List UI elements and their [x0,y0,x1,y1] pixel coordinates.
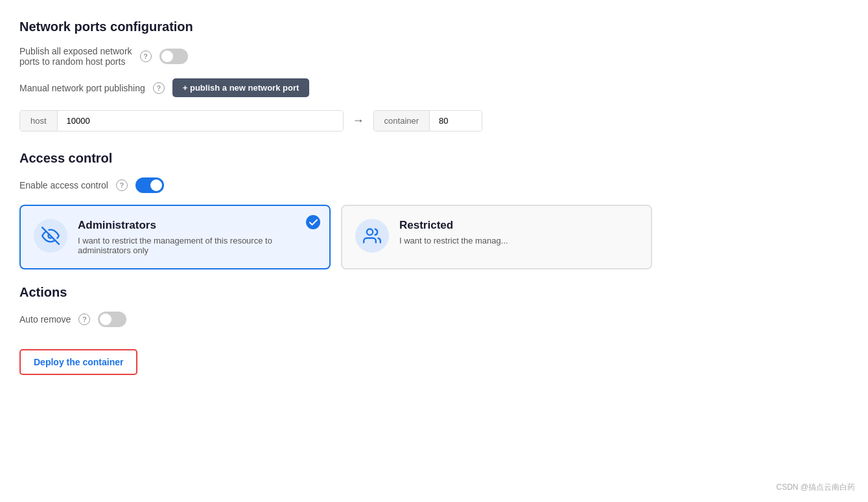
check-icon [309,218,318,227]
deploy-container-button[interactable]: Deploy the container [19,349,137,375]
network-ports-title: Network ports configuration [19,19,849,34]
publish-new-port-button[interactable]: + publish a new network port [172,78,310,97]
restricted-card-desc: I want to restrict the manag... [399,236,508,245]
actions-title: Actions [19,285,849,300]
actions-section: Actions Auto remove ? Deploy the contain… [19,285,849,375]
publish-all-label: Publish all exposed networkports to rand… [19,46,132,67]
administrators-card[interactable]: Administrators I want to restrict the ma… [19,205,331,269]
container-port-group: container [373,110,482,131]
auto-remove-row: Auto remove ? [19,312,849,327]
host-label: host [20,111,58,131]
container-label: container [374,111,430,131]
host-port-group: host [19,110,344,131]
restricted-card-title: Restricted [399,219,508,232]
enable-access-help-icon[interactable]: ? [116,179,128,191]
publish-all-slider [159,49,188,64]
restricted-card-body: Restricted I want to restrict the manag.… [399,219,508,245]
administrators-card-title: Administrators [78,219,316,232]
administrators-card-body: Administrators I want to restrict the ma… [78,219,316,255]
access-control-title: Access control [19,151,849,166]
administrators-check [306,215,320,229]
port-arrow-icon: → [353,114,364,128]
manual-port-row: Manual network port publishing ? + publi… [19,78,849,97]
administrators-icon [41,227,60,245]
enable-access-row: Enable access control ? [19,177,849,193]
manual-port-label: Manual network port publishing [19,83,145,93]
publish-all-row: Publish all exposed networkports to rand… [19,46,849,67]
container-port-input[interactable] [430,111,482,131]
administrators-icon-wrap [34,219,67,253]
publish-all-help-icon[interactable]: ? [140,51,152,62]
auto-remove-slider [98,312,126,327]
publish-all-toggle[interactable] [159,49,188,64]
enable-access-toggle[interactable] [135,177,164,193]
access-control-section: Access control Enable access control ? A… [19,151,849,269]
restricted-icon [363,227,381,245]
administrators-card-desc: I want to restrict the management of thi… [78,236,316,255]
enable-access-slider [135,177,164,193]
auto-remove-help-icon[interactable]: ? [78,314,90,325]
auto-remove-toggle[interactable] [98,312,126,327]
restricted-card[interactable]: Restricted I want to restrict the manag.… [341,205,652,269]
svg-point-1 [367,229,373,235]
host-port-input[interactable] [58,111,343,131]
auto-remove-label: Auto remove [19,314,71,325]
enable-access-label: Enable access control [19,180,108,190]
access-cards-container: Administrators I want to restrict the ma… [19,205,849,269]
manual-port-help-icon[interactable]: ? [153,82,165,94]
restricted-icon-wrap [355,219,389,253]
port-mapping-row: host → container [19,110,849,131]
network-ports-section: Network ports configuration Publish all … [19,19,849,131]
